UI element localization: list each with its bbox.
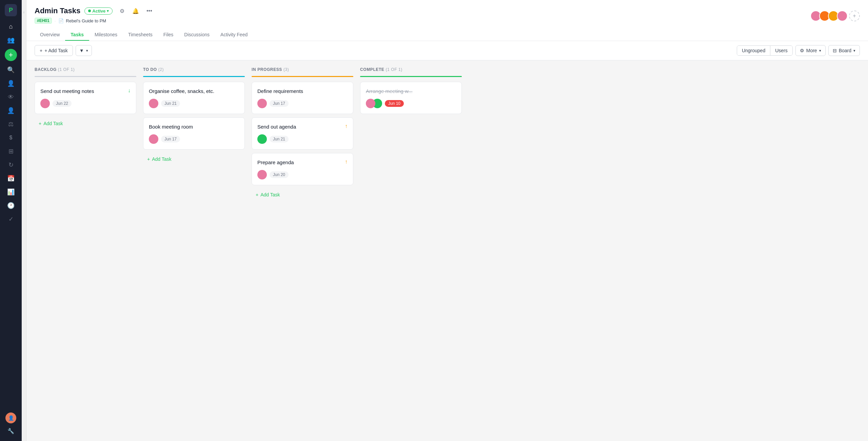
- sidebar-item-chart[interactable]: 📊: [5, 186, 17, 198]
- sidebar-item-dollar[interactable]: $: [5, 132, 17, 144]
- card-header: Arrange meeting w...: [366, 88, 456, 95]
- card-footer: Jun 17: [149, 134, 239, 144]
- status-dot: [88, 9, 91, 12]
- card-book-meeting-room[interactable]: Book meeting room Jun 17: [143, 117, 245, 150]
- card-arrange-meeting[interactable]: Arrange meeting w... Jun 10: [360, 82, 462, 114]
- sidebar-user-avatar[interactable]: 👤: [5, 413, 16, 423]
- add-task-label: + Add Task: [44, 48, 68, 53]
- column-title-todo: TO DO (2): [143, 67, 164, 72]
- todo-add-task-button[interactable]: + Add Task: [143, 153, 245, 165]
- tab-discussions[interactable]: Discussions: [179, 29, 215, 41]
- sidebar-item-refresh[interactable]: ↻: [5, 159, 17, 171]
- card-avatar: [40, 99, 50, 108]
- card-header: Define requirements: [257, 88, 348, 95]
- status-badge[interactable]: Active ▾: [84, 7, 113, 15]
- card-title: Arrange meeting w...: [366, 88, 413, 95]
- column-header-backlog: BACKLOG (1 of 1): [35, 67, 136, 72]
- date-badge: Jun 22: [53, 100, 72, 107]
- backlog-add-task-button[interactable]: + Add Task: [35, 117, 136, 130]
- header-actions: ⚙ 🔔 •••: [117, 5, 155, 16]
- nav-tabs: Overview Tasks Milestones Timesheets Fil…: [35, 29, 860, 41]
- tab-overview[interactable]: Overview: [35, 29, 65, 41]
- overflow-menu-button[interactable]: •••: [144, 5, 155, 16]
- grouping-toggle: Ungrouped Users: [737, 45, 793, 56]
- tab-tasks[interactable]: Tasks: [65, 29, 89, 41]
- card-define-requirements[interactable]: Define requirements Jun 17: [252, 82, 353, 114]
- sidebar-item-team[interactable]: 👥: [5, 34, 17, 46]
- date-badge: Jun 21: [161, 100, 180, 107]
- card-header: Organise coffee, snacks, etc.: [149, 88, 239, 95]
- sidebar-item-check[interactable]: ✓: [5, 213, 17, 225]
- column-count-backlog: (1 of 1): [58, 67, 75, 72]
- tab-files[interactable]: Files: [158, 29, 179, 41]
- card-title: Organise coffee, snacks, etc.: [149, 88, 214, 95]
- sidebar-item-info[interactable]: 🔧: [5, 425, 17, 437]
- sidebar-item-search[interactable]: 🔍: [5, 64, 17, 76]
- board-icon: ⊟: [833, 48, 837, 53]
- sidebar-logo[interactable]: P: [5, 4, 17, 16]
- sidebar-item-calendar[interactable]: 📅: [5, 172, 17, 185]
- card-send-out-meeting-notes[interactable]: Send out meeting notes ↓ Jun 22: [35, 82, 136, 114]
- card-avatar: [149, 99, 158, 108]
- column-count-todo: (2): [158, 67, 164, 72]
- card-prepare-agenda[interactable]: Prepare agenda ↑ Jun 20: [252, 153, 353, 185]
- add-avatar-button[interactable]: +: [849, 11, 860, 21]
- grid-icon: ⊞: [8, 148, 14, 155]
- sidebar-add-button[interactable]: +: [5, 49, 17, 61]
- sidebar-item-home[interactable]: ⌂: [5, 20, 17, 33]
- page-title: Admin Tasks: [35, 6, 80, 15]
- person-icon: 👤: [7, 107, 15, 114]
- filter-icon: ▼: [79, 48, 84, 53]
- add-task-button[interactable]: + + Add Task: [35, 45, 73, 56]
- users-button[interactable]: Users: [770, 46, 792, 55]
- sidebar-item-grid[interactable]: ⊞: [5, 145, 17, 157]
- priority-up-icon: ↑: [345, 123, 348, 129]
- header: Admin Tasks Active ▾ ⚙ 🔔 ••• #EH01 ·: [26, 0, 868, 41]
- sidebar-item-person[interactable]: 👤: [5, 104, 17, 117]
- sidebar-item-users[interactable]: 👤: [5, 77, 17, 90]
- card-footer: Jun 10: [366, 99, 456, 108]
- header-title-row: Admin Tasks Active ▾ ⚙ 🔔 •••: [35, 5, 155, 16]
- notifications-button[interactable]: 🔔: [130, 5, 141, 16]
- board-chevron-icon: ▾: [853, 49, 855, 53]
- column-inprogress: IN PROGRESS (3) Define requirements Jun …: [252, 67, 353, 201]
- sidebar-item-scale[interactable]: ⚖: [5, 118, 17, 130]
- sidebar-item-eye[interactable]: 👁: [5, 91, 17, 103]
- tab-milestones[interactable]: Milestones: [89, 29, 123, 41]
- card-header: Book meeting room: [149, 123, 239, 130]
- filter-button[interactable]: ▼ ▾: [76, 45, 92, 56]
- card-footer: Jun 20: [257, 170, 348, 179]
- card-header: Send out meeting notes ↓: [40, 88, 131, 95]
- column-header-inprogress: IN PROGRESS (3): [252, 67, 353, 72]
- card-title: Send out agenda: [257, 123, 296, 130]
- tab-activity-feed[interactable]: Activity Feed: [215, 29, 253, 41]
- card-avatar: [149, 134, 158, 144]
- column-line-complete: [360, 76, 462, 77]
- card-footer: Jun 21: [257, 134, 348, 144]
- add-plus-icon: +: [147, 156, 150, 162]
- card-organise-coffee[interactable]: Organise coffee, snacks, etc. Jun 21: [143, 82, 245, 114]
- card-send-out-agenda[interactable]: Send out agenda ↑ Jun 21: [252, 117, 353, 150]
- calendar-icon: 📅: [7, 175, 15, 182]
- sidebar-item-clock[interactable]: 🕐: [5, 199, 17, 212]
- board-view-button[interactable]: ⊟ Board ▾: [828, 45, 860, 56]
- add-plus-icon: +: [39, 121, 41, 126]
- card-title: Book meeting room: [149, 123, 193, 130]
- ungrouped-button[interactable]: Ungrouped: [737, 46, 770, 55]
- date-badge: Jun 20: [270, 171, 289, 178]
- card-header: Send out agenda ↑: [257, 123, 348, 130]
- breadcrumb-doc-name[interactable]: Rebel's Guide to PM: [66, 18, 106, 23]
- settings-button[interactable]: ⚙: [117, 5, 127, 16]
- more-button[interactable]: ⚙ More ▾: [795, 45, 826, 56]
- date-badge: Jun 17: [161, 136, 180, 142]
- avatar-4: [837, 11, 848, 21]
- column-count-complete: (1 of 1): [386, 67, 402, 72]
- card-header: Prepare agenda ↑: [257, 159, 348, 166]
- card-title: Define requirements: [257, 88, 303, 95]
- inprogress-add-task-button[interactable]: + Add Task: [252, 189, 353, 201]
- column-count-inprogress: (3): [283, 67, 289, 72]
- tab-timesheets[interactable]: Timesheets: [123, 29, 158, 41]
- breadcrumb-doc-icon: 📄: [58, 18, 64, 23]
- search-icon: 🔍: [7, 66, 15, 74]
- card-avatar: [257, 134, 267, 144]
